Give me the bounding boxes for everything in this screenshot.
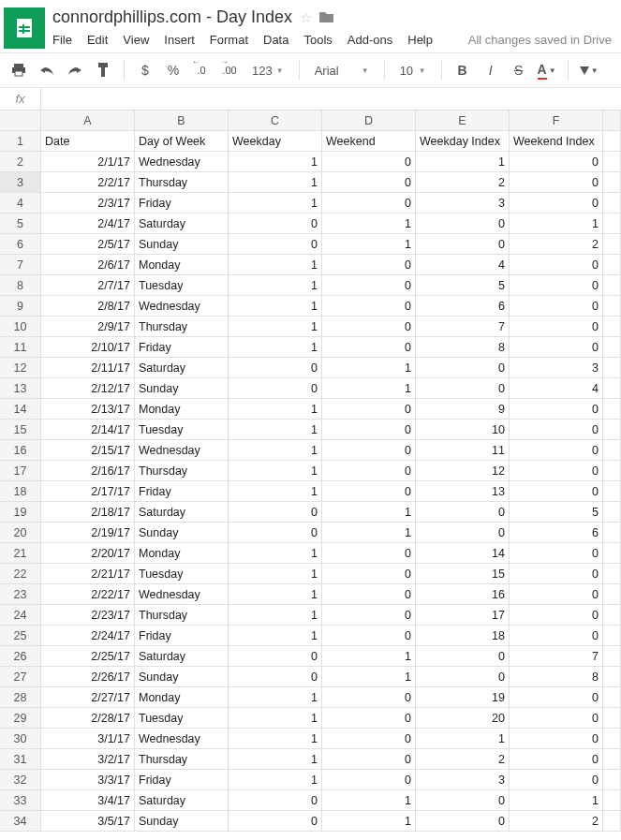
cell[interactable]: 0 xyxy=(229,790,322,811)
cell[interactable]: 0 xyxy=(510,770,603,790)
cell[interactable]: 1 xyxy=(229,584,322,605)
cell[interactable]: 0 xyxy=(322,770,416,790)
star-icon[interactable]: ☆ xyxy=(300,9,312,26)
cell-extra[interactable] xyxy=(603,317,621,337)
cell[interactable]: 2 xyxy=(416,749,510,770)
cell[interactable]: 12 xyxy=(416,461,510,481)
cell[interactable]: 2/9/17 xyxy=(41,317,135,337)
row-header[interactable]: 34 xyxy=(0,811,41,832)
cell[interactable]: 2/26/17 xyxy=(41,667,135,687)
cell[interactable]: Friday xyxy=(135,626,229,646)
cell[interactable]: 15 xyxy=(416,564,510,584)
cell[interactable]: Saturday xyxy=(135,790,229,811)
cell[interactable]: 0 xyxy=(510,749,603,770)
cell[interactable]: Wednesday xyxy=(135,296,229,317)
column-header[interactable]: C xyxy=(229,111,322,131)
cell[interactable]: 2/17/17 xyxy=(41,481,135,502)
cell[interactable]: 7 xyxy=(416,317,510,337)
cell[interactable]: 0 xyxy=(416,502,510,523)
cell[interactable]: 1 xyxy=(322,646,416,667)
cell[interactable]: 7 xyxy=(510,646,603,667)
cell[interactable]: 0 xyxy=(322,193,416,214)
cell[interactable]: 0 xyxy=(510,481,603,502)
cell[interactable]: 0 xyxy=(510,317,603,337)
cell[interactable]: Monday xyxy=(135,399,229,420)
cell[interactable]: 0 xyxy=(510,543,603,564)
cell-extra[interactable] xyxy=(603,584,621,605)
cell[interactable]: 0 xyxy=(510,337,603,358)
cell[interactable]: 2/21/17 xyxy=(41,564,135,584)
cell[interactable]: 3/4/17 xyxy=(41,790,135,811)
column-header[interactable]: F xyxy=(510,111,603,131)
bold-button[interactable]: B xyxy=(451,59,474,81)
cell[interactable]: 0 xyxy=(322,461,416,481)
cell[interactable]: 2/1/17 xyxy=(41,152,135,172)
redo-button[interactable] xyxy=(64,59,86,81)
row-header[interactable]: 8 xyxy=(0,275,41,296)
row-header[interactable]: 15 xyxy=(0,420,41,440)
cell-extra[interactable] xyxy=(603,564,621,584)
cell[interactable]: 1 xyxy=(229,461,322,481)
percent-button[interactable]: % xyxy=(162,59,185,81)
cell[interactable]: 0 xyxy=(322,749,416,770)
cell[interactable]: 0 xyxy=(322,626,416,646)
cell[interactable]: 1 xyxy=(322,214,416,234)
cell[interactable]: Friday xyxy=(135,193,229,214)
column-header-extra[interactable] xyxy=(603,111,621,131)
menu-data[interactable]: Data xyxy=(263,33,288,47)
cell[interactable]: 0 xyxy=(416,790,510,811)
cell[interactable]: 0 xyxy=(510,605,603,626)
cell[interactable]: 2/16/17 xyxy=(41,461,135,481)
cell[interactable]: 0 xyxy=(510,255,603,275)
cell[interactable]: 2 xyxy=(510,234,603,255)
row-header[interactable]: 23 xyxy=(0,584,41,605)
cell[interactable]: 4 xyxy=(416,255,510,275)
cell[interactable]: 0 xyxy=(322,481,416,502)
cell[interactable]: 2/13/17 xyxy=(41,399,135,420)
cell[interactable]: 0 xyxy=(322,708,416,729)
header-cell[interactable]: Day of Week xyxy=(135,131,229,152)
cell[interactable]: Sunday xyxy=(135,667,229,687)
cell[interactable]: 0 xyxy=(510,708,603,729)
cell[interactable]: Wednesday xyxy=(135,152,229,172)
cell[interactable]: 2/4/17 xyxy=(41,214,135,234)
cell[interactable]: 0 xyxy=(322,317,416,337)
cell[interactable]: 1 xyxy=(229,296,322,317)
cell[interactable]: 1 xyxy=(322,667,416,687)
column-header[interactable]: B xyxy=(135,111,229,131)
fill-color-button[interactable]: ▼ xyxy=(578,59,600,81)
row-header[interactable]: 5 xyxy=(0,214,41,234)
row-header[interactable]: 4 xyxy=(0,193,41,214)
cell[interactable]: 0 xyxy=(322,152,416,172)
italic-button[interactable]: I xyxy=(480,59,502,81)
cell-extra[interactable] xyxy=(603,646,621,667)
cell[interactable]: 1 xyxy=(322,358,416,378)
cell[interactable]: 0 xyxy=(322,564,416,584)
cell[interactable]: 2/14/17 xyxy=(41,420,135,440)
cell-extra[interactable] xyxy=(603,234,621,255)
cell-extra[interactable] xyxy=(603,358,621,378)
cell[interactable]: 0 xyxy=(229,214,322,234)
cell[interactable]: Thursday xyxy=(135,172,229,193)
cell[interactable]: 1 xyxy=(229,172,322,193)
cell[interactable]: 0 xyxy=(229,811,322,832)
cell[interactable]: 2/12/17 xyxy=(41,378,135,399)
font-dropdown[interactable]: Arial▼ xyxy=(309,64,375,78)
row-header[interactable]: 11 xyxy=(0,337,41,358)
cell[interactable]: Tuesday xyxy=(135,708,229,729)
cell[interactable]: 13 xyxy=(416,481,510,502)
cell[interactable]: 0 xyxy=(416,214,510,234)
cell[interactable]: 0 xyxy=(322,605,416,626)
cell[interactable]: 0 xyxy=(510,584,603,605)
cell[interactable]: Wednesday xyxy=(135,440,229,461)
menu-view[interactable]: View xyxy=(123,33,149,47)
cell[interactable]: 2 xyxy=(510,811,603,832)
cell[interactable]: Tuesday xyxy=(135,275,229,296)
cell[interactable]: 19 xyxy=(416,687,510,708)
cell-extra[interactable] xyxy=(603,337,621,358)
cell-extra[interactable] xyxy=(603,172,621,193)
row-header[interactable]: 24 xyxy=(0,605,41,626)
cell[interactable]: 0 xyxy=(510,729,603,749)
header-cell[interactable]: Weekend xyxy=(322,131,416,152)
formula-input[interactable] xyxy=(41,88,621,110)
